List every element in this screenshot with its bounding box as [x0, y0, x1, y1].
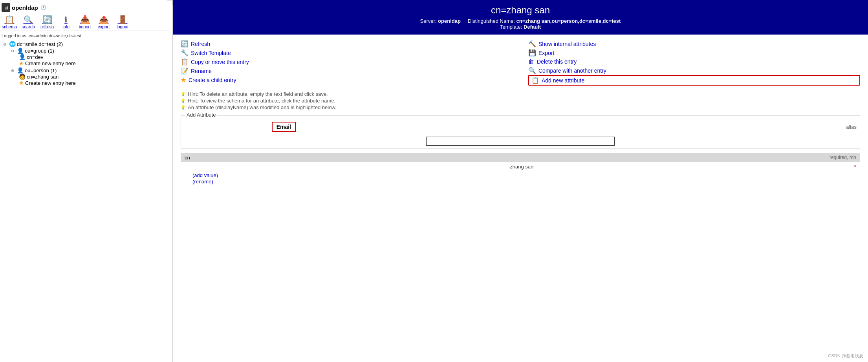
cn-row-header: cn required, rdn [181, 153, 860, 162]
tree-node-root: ⊖ 🌐 dc=smile,dc=test (2) ⊖ 👤 ou=group (1… [3, 40, 171, 87]
cn-value-row: zhang san * [181, 162, 860, 172]
attr-label-cell: Email [181, 119, 299, 134]
tree-children-root: ⊖ 👤 ou=group (1) 👤 cn=dev ★ Create new e… [3, 47, 171, 86]
toolbar-info[interactable]: ℹ info [58, 16, 74, 29]
toolbar-logout[interactable]: 🚪 logout [115, 16, 130, 29]
server-name: openldap [438, 18, 461, 24]
node-label-create-group: Create new entry here [25, 60, 76, 66]
cn-attribute: cn required, rdn zhang san * (add value)… [181, 153, 860, 187]
action-grid: 🔄 Refresh 🔧 Switch Template 📋 Copy or mo… [181, 39, 860, 86]
hint-bullet-2: 💡 [181, 99, 185, 103]
main-header: cn=zhang san Server: openldap Distinguis… [173, 0, 868, 35]
cn-attr-name: cn [185, 155, 190, 161]
template-value: Default [524, 24, 541, 30]
action-add-attribute[interactable]: 📋 Add new attribute [528, 75, 860, 86]
action-refresh[interactable]: 🔄 Refresh [181, 39, 513, 48]
template-label: Template: [500, 24, 522, 30]
node-label-zhangsan: cn=zhang san [27, 74, 59, 80]
add-attribute-table: Email alias [181, 119, 860, 148]
globe-icon: 🌐 [9, 41, 16, 47]
tree-children-group: 👤 cn=dev ★ Create new entry here [11, 54, 171, 66]
tree-row-group[interactable]: ⊖ 👤 ou=group (1) [11, 48, 171, 54]
toolbar-export[interactable]: 📤 export [96, 16, 112, 29]
cn-add-value-link[interactable]: (add value) [192, 172, 856, 178]
dn-value: cn=zhang san,ou=person,dc=smile,dc=test [516, 18, 621, 24]
refresh-action-icon: 🔄 [181, 40, 189, 48]
action-copy-move[interactable]: 📋 Copy or move this entry [181, 57, 513, 66]
tree-row-root[interactable]: ⊖ 🌐 dc=smile,dc=test (2) [3, 41, 171, 47]
toolbar-refresh[interactable]: 🔄 refresh [39, 16, 55, 29]
cn-value: zhang san [192, 164, 851, 170]
action-switch-template[interactable]: 🔧 Switch Template [181, 48, 513, 57]
dn-label: Distinguished Name: [468, 18, 515, 24]
node-label-create-person: Create new entry here [25, 80, 76, 86]
create-child-icon: ★ [181, 76, 186, 84]
toolbar-import[interactable]: 📥 import [77, 16, 93, 29]
show-internal-icon: 🔨 [528, 40, 536, 48]
tree-row-create-group[interactable]: ★ Create new entry here [19, 60, 171, 66]
star-icon-person: ★ [19, 80, 24, 86]
add-attribute-section: Add Attribute Email alias [181, 115, 860, 148]
cn-sub-links: (add value) (rename) [181, 172, 860, 187]
hint-3: 💡 An attribute (displayName) was modifie… [181, 104, 860, 110]
export-action-icon: 💾 [528, 49, 536, 57]
email-input[interactable] [426, 137, 615, 146]
toolbar-schema[interactable]: 📋 schema [2, 16, 17, 29]
action-delete[interactable]: 🗑 Delete this entry [528, 57, 860, 66]
logout-icon: 🚪 [118, 16, 128, 24]
node-label-group: ou=group (1) [25, 48, 54, 54]
server-label: Server: [420, 18, 437, 24]
action-show-internal[interactable]: 🔨 Show internal attributes [528, 39, 860, 48]
add-attribute-input-row [181, 134, 860, 148]
action-export[interactable]: 💾 Export [528, 48, 860, 57]
attr-input-cell [181, 134, 860, 148]
action-create-child[interactable]: ★ Create a child entry [181, 75, 513, 84]
group-icon: 👤 [17, 48, 24, 54]
toolbar: 📋 schema 🔍 search 🔄 refresh ℹ info 📥 imp… [2, 14, 171, 31]
hint-bullet-1: 💡 [181, 92, 185, 96]
info-icon: ℹ [64, 16, 68, 24]
star-icon-group: ★ [19, 60, 24, 66]
attr-label: Email [272, 122, 296, 132]
copy-move-icon: 📋 [181, 58, 189, 66]
page-title: cn=zhang san [181, 5, 860, 16]
node-label-dev: cn=dev [27, 54, 43, 60]
cn-rename-link[interactable]: (rename) [192, 179, 856, 185]
header-meta: Server: openldap Distinguished Name: cn=… [181, 18, 860, 30]
logged-in-label: Logged in as: cn=admin,dc=smile,dc=test [2, 33, 171, 40]
schema-icon: 📋 [5, 16, 15, 24]
tree-row-create-person[interactable]: ★ Create new entry here [19, 80, 171, 86]
watermark: CSDN @基雨浅夏 [828, 353, 863, 359]
tree-row-person[interactable]: ⊖ 👤 ou=person (1) [11, 67, 171, 73]
toolbar-search[interactable]: 🔍 search [20, 16, 36, 29]
tree-toggle-group: ⊖ [11, 49, 16, 53]
tree-toggle-person: ⊖ [11, 68, 16, 73]
add-attribute-legend: Add Attribute [185, 112, 217, 118]
delete-icon: 🗑 [528, 58, 535, 65]
tree-row-dev[interactable]: 👤 cn=dev [19, 54, 171, 60]
user-icon-zhangsan: 🧑 [19, 73, 26, 80]
action-col-left: 🔄 Refresh 🔧 Switch Template 📋 Copy or mo… [181, 39, 513, 86]
hint-1: 💡 Hint: To delete an attribute, empty th… [181, 91, 860, 97]
action-compare[interactable]: 🔍 Compare with another entry [528, 66, 860, 75]
node-label-person: ou=person (1) [25, 68, 57, 73]
add-attribute-icon: 📋 [531, 77, 539, 84]
refresh-icon: 🔄 [42, 16, 52, 24]
add-attribute-row: Email alias [181, 119, 860, 134]
compare-icon: 🔍 [528, 67, 536, 74]
tree-row-zhangsan[interactable]: 🧑 cn=zhang san [19, 73, 171, 80]
export-icon: 📤 [99, 16, 109, 24]
action-rename[interactable]: 📝 Rename [181, 66, 513, 75]
sidebar-header: 🖥 openldap 🕐 [2, 2, 171, 14]
attr-alias-cell: alias [299, 119, 860, 134]
user-icon-dev: 👤 [19, 54, 26, 60]
sidebar: 🖥 openldap 🕐 📋 schema 🔍 search 🔄 refresh… [0, 0, 173, 362]
tree: ⊖ 🌐 dc=smile,dc=test (2) ⊖ 👤 ou=group (1… [2, 40, 171, 87]
person-icon: 👤 [17, 67, 24, 73]
search-icon: 🔍 [24, 16, 33, 24]
node-label-root: dc=smile,dc=test (2) [17, 41, 63, 47]
action-col-right: 🔨 Show internal attributes 💾 Export 🗑 De… [528, 39, 860, 86]
import-icon: 📥 [80, 16, 90, 24]
app-icon: 🖥 [2, 3, 10, 12]
tree-toggle-root: ⊖ [3, 42, 8, 46]
